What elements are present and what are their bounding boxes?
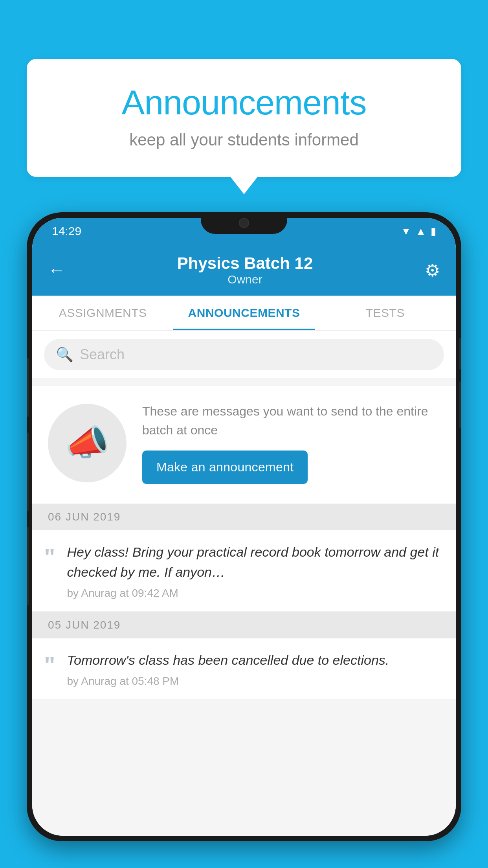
wifi-icon: ▼ xyxy=(401,225,411,237)
megaphone-icon: 📣 xyxy=(65,422,109,463)
date-separator-1: 06 JUN 2019 xyxy=(32,504,456,530)
search-icon: 🔍 xyxy=(56,346,73,363)
make-announcement-button[interactable]: Make an announcement xyxy=(142,451,308,484)
quote-icon-2: " xyxy=(44,653,55,677)
status-time: 14:29 xyxy=(52,224,81,238)
date-separator-2: 05 JUN 2019 xyxy=(32,612,456,638)
header-title-group: Physics Batch 12 Owner xyxy=(177,254,313,286)
phone-screen: 14:29 ▼ ▲ ▮ ← Physics Batch 12 Owner ⚙ xyxy=(32,218,456,836)
tabs-bar: ASSIGNMENTS ANNOUNCEMENTS TESTS xyxy=(32,296,456,331)
volume-up-button xyxy=(459,381,461,428)
status-icons: ▼ ▲ ▮ xyxy=(401,225,436,237)
back-button[interactable]: ← xyxy=(48,260,65,280)
volume-low-button xyxy=(27,527,29,605)
phone-wrapper: 14:29 ▼ ▲ ▮ ← Physics Batch 12 Owner ⚙ xyxy=(27,212,461,841)
tab-tests[interactable]: TESTS xyxy=(315,296,456,330)
settings-icon[interactable]: ⚙ xyxy=(425,260,440,280)
search-bar-wrapper: 🔍 Search xyxy=(32,331,456,378)
announcement-text-1: Hey class! Bring your practical record b… xyxy=(67,542,440,582)
announcement-meta-2: by Anurag at 05:48 PM xyxy=(67,675,440,688)
phone: 14:29 ▼ ▲ ▮ ← Physics Batch 12 Owner ⚙ xyxy=(27,212,461,841)
phone-camera xyxy=(239,218,249,228)
search-bar[interactable]: 🔍 Search xyxy=(44,339,444,370)
batch-title: Physics Batch 12 xyxy=(177,254,313,273)
power-button xyxy=(459,338,461,370)
batch-subtitle: Owner xyxy=(177,273,313,286)
announcement-text-2: Tomorrow's class has been cancelled due … xyxy=(67,650,440,670)
announcement-prompt-card: 📣 These are messages you want to send to… xyxy=(32,386,456,504)
battery-icon: ▮ xyxy=(431,225,436,237)
signal-icon: ▲ xyxy=(416,225,426,237)
bubble-subtitle: keep all your students informed xyxy=(58,131,430,149)
announcement-content-2: Tomorrow's class has been cancelled due … xyxy=(67,650,440,688)
tab-assignments[interactable]: ASSIGNMENTS xyxy=(32,296,173,330)
announcement-right: These are messages you want to send to t… xyxy=(142,402,440,484)
volume-down-button xyxy=(27,358,29,417)
content-area: 🔍 Search 📣 These are messages you want t… xyxy=(32,331,456,836)
phone-notch xyxy=(201,212,287,234)
app-header: ← Physics Batch 12 Owner ⚙ xyxy=(32,245,456,296)
bubble-title: Announcements xyxy=(58,83,430,123)
announcement-meta-1: by Anurag at 09:42 AM xyxy=(67,587,440,600)
announcement-item-1[interactable]: " Hey class! Bring your practical record… xyxy=(32,530,456,612)
speech-bubble-wrapper: Announcements keep all your students inf… xyxy=(27,59,461,177)
announcement-icon-circle: 📣 xyxy=(48,404,127,482)
quote-icon-1: " xyxy=(44,545,55,569)
speech-bubble: Announcements keep all your students inf… xyxy=(27,59,461,177)
search-placeholder: Search xyxy=(80,346,125,363)
volume-mid-button xyxy=(27,432,29,511)
announcement-content-1: Hey class! Bring your practical record b… xyxy=(67,542,440,600)
announcement-description: These are messages you want to send to t… xyxy=(142,402,440,440)
announcement-item-2[interactable]: " Tomorrow's class has been cancelled du… xyxy=(32,638,456,700)
tab-announcements[interactable]: ANNOUNCEMENTS xyxy=(173,296,314,330)
